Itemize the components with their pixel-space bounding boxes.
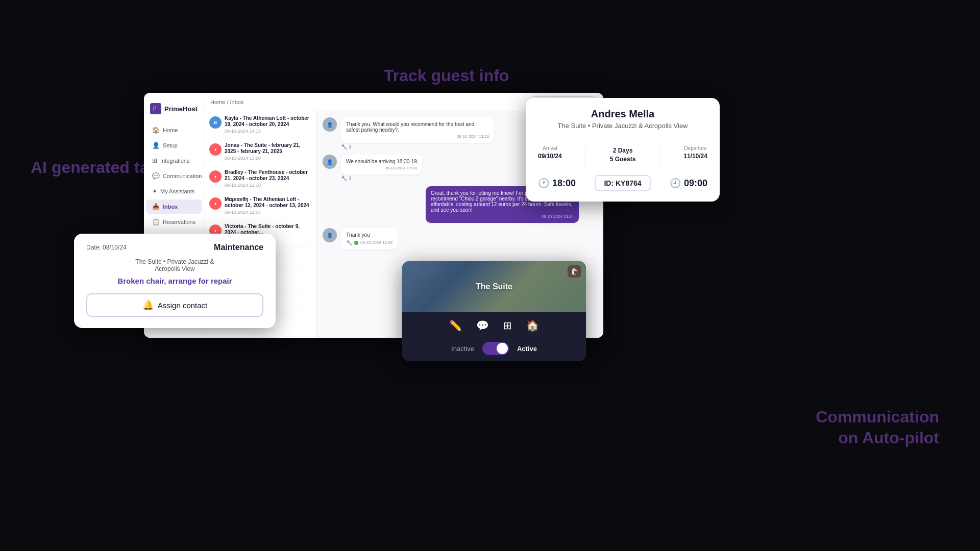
suite-icons-row: ✏️ 💬 ⊞ 🏠 bbox=[402, 312, 586, 337]
sidebar-item-communication[interactable]: 💬 Communication bbox=[146, 169, 202, 183]
chat-message: 👤 Thank you 🔧 09-10-2024 13:58 bbox=[323, 228, 597, 249]
sidebar-item-home[interactable]: 🏠 Home bbox=[146, 123, 202, 137]
logo-text: PrimeHost bbox=[164, 105, 198, 113]
sidebar-reservations-label: Reservations bbox=[163, 219, 195, 225]
msg-name: Jonas - The Suite - february 21, 2025 - … bbox=[225, 142, 311, 155]
departure-date: 11/10/24 bbox=[683, 153, 707, 160]
active-toggle[interactable] bbox=[482, 342, 509, 355]
list-item[interactable]: ♦ Bradley - The Penthouse - october 21, … bbox=[204, 165, 316, 192]
delete-button[interactable]: 🗑 bbox=[568, 265, 581, 278]
msg-date: 09-10-2024 12:10 bbox=[225, 183, 311, 188]
chat-text: We should be arriving 18:30-19 bbox=[346, 159, 417, 164]
chat-tools: 🔧 ℹ bbox=[341, 176, 422, 181]
msg-name: Kayla - The Athenian Loft - october 19, … bbox=[225, 115, 311, 128]
clock-icon-2: 🕘 bbox=[670, 178, 681, 189]
chat-timestamp: 09-10-2024 13:34 bbox=[431, 214, 574, 219]
card-header: Date: 08/10/24 Maintenance bbox=[86, 243, 263, 252]
wrench-icon[interactable]: 🔧 bbox=[341, 176, 347, 181]
maintenance-card: Date: 08/10/24 Maintenance The Suite • P… bbox=[74, 234, 276, 328]
guest-name: Andres Mella bbox=[538, 108, 707, 120]
assign-button-label: Assign contact bbox=[158, 301, 208, 310]
autopilot-label: Communicationon Auto-pilot bbox=[816, 407, 939, 449]
checkin-time: 🕐 18:00 bbox=[538, 178, 576, 189]
chat-avatar: 👤 bbox=[323, 155, 337, 169]
duration-value: 2 Days bbox=[610, 147, 636, 154]
avatar: B bbox=[209, 116, 222, 129]
clock-icon: 🕐 bbox=[538, 178, 549, 189]
guest-info-card: Andres Mella The Suite • Private Jacuzzi… bbox=[526, 98, 720, 202]
msg-date: 09-10-2024 14:15 bbox=[225, 129, 311, 134]
bell-icon: 🔔 bbox=[142, 299, 154, 311]
chat-timestamp: 09-10-2024 13:58 bbox=[360, 240, 393, 245]
integrations-icon: ⊞ bbox=[152, 157, 157, 164]
sidebar-logo: P PrimeHost bbox=[144, 99, 204, 122]
msg-date: 09-10-2024 13:58 bbox=[225, 156, 311, 161]
toggle-active-label: Active bbox=[517, 345, 537, 353]
toggle-inactive-label: Inactive bbox=[451, 345, 474, 353]
sidebar-inbox-label: Inbox bbox=[163, 204, 178, 210]
assign-contact-button[interactable]: 🔔 Assign contact bbox=[86, 293, 263, 317]
track-guest-label: Track guest info bbox=[384, 66, 509, 85]
card-date: Date: 08/10/24 bbox=[86, 244, 127, 251]
card-title: Maintenance bbox=[214, 243, 263, 252]
sidebar-integrations-label: Integrations bbox=[160, 158, 189, 164]
checkout-value: 09:00 bbox=[684, 178, 707, 189]
msg-date: 09-10-2024 12:07 bbox=[225, 210, 311, 215]
chat-tools: 🔧 ℹ bbox=[341, 144, 494, 149]
home-icon-suite[interactable]: 🏠 bbox=[523, 317, 542, 334]
list-item[interactable]: ♦ Jonas - The Suite - february 21, 2025 … bbox=[204, 138, 316, 165]
checkout-time: 🕘 09:00 bbox=[670, 178, 707, 189]
chat-bubble-guest: We should be arriving 18:30-19 09-10-202… bbox=[341, 155, 422, 174]
avatar: ♦ bbox=[209, 197, 222, 210]
list-item[interactable]: ♦ Μαριανθη - The Athenian Loft - october… bbox=[204, 192, 316, 219]
guest-property: The Suite • Private Jacuzzi & Acropolis … bbox=[538, 122, 707, 130]
checkin-value: 18:00 bbox=[552, 178, 576, 189]
home-icon: 🏠 bbox=[152, 127, 160, 134]
departure-label: Departure bbox=[683, 145, 707, 151]
wrench-icon[interactable]: 🔧 bbox=[346, 240, 352, 245]
chat-timestamp: 09-10-2024 13:23 bbox=[346, 134, 489, 139]
card-property: The Suite • Private Jacuzzi &Acropolis V… bbox=[86, 258, 263, 272]
edit-icon[interactable]: ✏️ bbox=[446, 317, 465, 334]
sidebar-setup-label: Setup bbox=[163, 142, 178, 148]
setup-icon: 👤 bbox=[152, 142, 160, 149]
arrival-stat: Arrival 09/10/24 bbox=[538, 145, 562, 168]
assistants-icon: ✦ bbox=[152, 188, 157, 195]
svg-text:P: P bbox=[153, 106, 157, 112]
message-icon[interactable]: 💬 bbox=[473, 317, 492, 334]
card-issue: Broken chair, arrange for repair bbox=[86, 277, 263, 285]
departure-stat: Departure 11/10/24 bbox=[683, 145, 707, 168]
sidebar-item-reservations[interactable]: 📋 Reservations bbox=[146, 215, 202, 229]
suite-title: The Suite bbox=[476, 282, 512, 291]
guest-stats: Arrival 09/10/24 2 Days 5 Guests Departu… bbox=[538, 138, 707, 168]
logo-icon: P bbox=[150, 103, 161, 114]
chat-text: Thank you. What would you recommend for … bbox=[346, 121, 489, 133]
list-item[interactable]: B Kayla - The Athenian Loft - october 19… bbox=[204, 111, 316, 138]
info-icon[interactable]: ℹ bbox=[349, 176, 351, 181]
avatar: ♦ bbox=[209, 143, 222, 156]
chat-avatar: 👤 bbox=[323, 117, 337, 132]
sidebar-item-integrations[interactable]: ⊞ Integrations bbox=[146, 154, 202, 168]
sidebar-communication-label: Communication bbox=[163, 173, 202, 179]
avatar: ♦ bbox=[209, 170, 222, 183]
breadcrumb: Home / Inbox bbox=[210, 99, 243, 105]
sidebar-item-setup[interactable]: 👤 Setup bbox=[146, 138, 202, 153]
reservations-icon: 📋 bbox=[152, 218, 160, 226]
online-indicator bbox=[354, 241, 358, 245]
sidebar-item-assistants[interactable]: ✦ My Assistants bbox=[146, 184, 202, 198]
chat-bubble-guest: Thank you 🔧 09-10-2024 13:58 bbox=[341, 228, 398, 249]
toggle-thumb bbox=[497, 343, 508, 354]
guests-value: 5 Guests bbox=[610, 156, 636, 163]
sidebar-assistants-label: My Assistants bbox=[160, 188, 194, 194]
sidebar-home-label: Home bbox=[163, 127, 178, 133]
suite-card-header: 🗑 The Suite bbox=[402, 261, 586, 312]
info-icon[interactable]: ℹ bbox=[349, 144, 351, 149]
chat-bubble-guest: Thank you. What would you recommend for … bbox=[341, 117, 494, 143]
arrival-label: Arrival bbox=[538, 145, 562, 151]
inbox-icon: 📥 bbox=[152, 203, 160, 210]
wrench-icon[interactable]: 🔧 bbox=[341, 144, 347, 149]
sidebar-item-inbox[interactable]: 📥 Inbox bbox=[146, 199, 202, 214]
qr-icon[interactable]: ⊞ bbox=[500, 317, 515, 334]
chat-avatar: 👤 bbox=[323, 228, 337, 242]
id-badge: ID: KY8764 bbox=[595, 175, 650, 191]
